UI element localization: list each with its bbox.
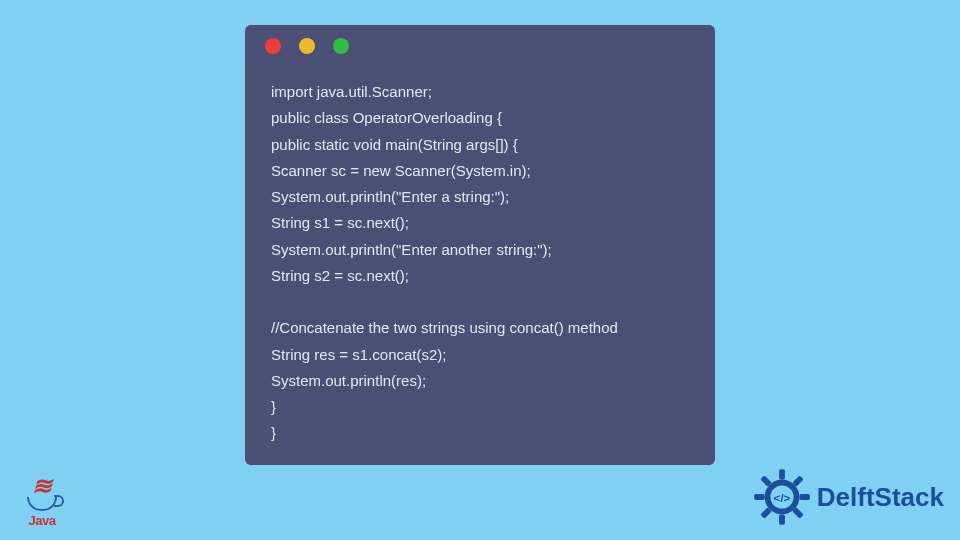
java-cup-icon: [27, 497, 57, 511]
close-icon[interactable]: [265, 38, 281, 54]
delftstack-gear-icon: </>: [753, 468, 811, 526]
svg-text:</>: </>: [773, 491, 790, 504]
delftstack-logo: </> DelftStack: [753, 468, 944, 526]
svg-rect-4: [799, 494, 809, 500]
code-window: import java.util.Scanner; public class O…: [245, 25, 715, 465]
svg-rect-3: [754, 494, 764, 500]
svg-rect-1: [779, 469, 785, 479]
java-steam-icon: ≋: [18, 478, 66, 495]
delftstack-text: DelftStack: [817, 482, 944, 513]
minimize-icon[interactable]: [299, 38, 315, 54]
svg-rect-2: [779, 514, 785, 524]
window-titlebar: [245, 25, 715, 67]
java-logo: ≋ Java: [18, 478, 66, 528]
maximize-icon[interactable]: [333, 38, 349, 54]
java-word: Java: [18, 513, 66, 528]
code-block: import java.util.Scanner; public class O…: [245, 67, 715, 447]
